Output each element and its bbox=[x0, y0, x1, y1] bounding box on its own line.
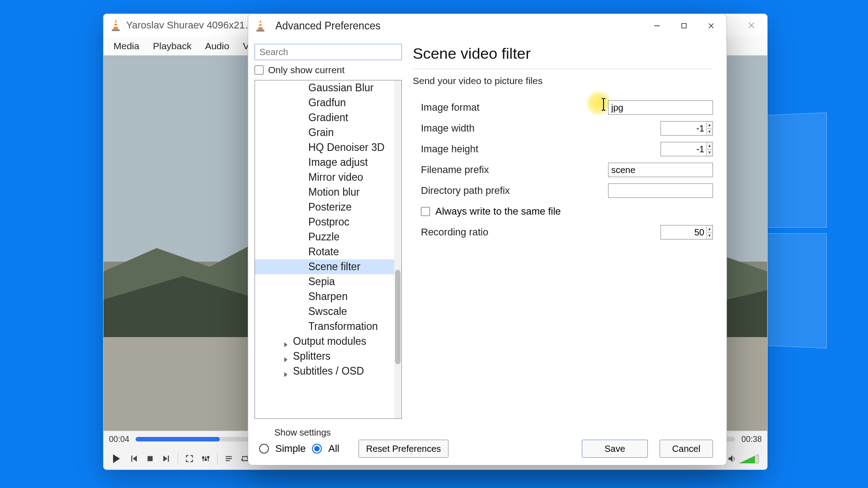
recording-ratio-spinbox[interactable]: ▲▼ bbox=[660, 225, 713, 239]
vlc-main-close-button[interactable] bbox=[738, 16, 764, 35]
close-button[interactable] bbox=[698, 15, 725, 36]
image-format-label: Image format bbox=[413, 102, 608, 113]
image-format-input[interactable] bbox=[608, 100, 713, 115]
tree-item[interactable]: Sepia bbox=[255, 274, 394, 289]
prefs-left-panel: Only show current Gaussian BlurGradfunGr… bbox=[248, 38, 405, 422]
image-width-input[interactable] bbox=[660, 121, 713, 136]
checkbox-icon bbox=[421, 207, 430, 216]
image-height-input[interactable] bbox=[660, 142, 713, 156]
tree-item[interactable]: Postproc bbox=[255, 215, 394, 230]
prefs-tree: Gaussian BlurGradfunGradientGrainHQ Deno… bbox=[255, 80, 402, 419]
prefs-titlebar: Advanced Preferences bbox=[248, 14, 726, 38]
chevron-right-icon bbox=[283, 338, 289, 345]
filename-prefix-label: Filename prefix bbox=[413, 164, 608, 176]
divider bbox=[413, 69, 713, 69]
svg-point-4 bbox=[203, 457, 204, 459]
tree-item[interactable]: Swscale bbox=[255, 304, 394, 319]
radio-simple-label: Simple bbox=[275, 443, 306, 455]
menu-audio[interactable]: Audio bbox=[199, 39, 235, 53]
stop-button[interactable] bbox=[142, 451, 158, 466]
menu-playback[interactable]: Playback bbox=[147, 39, 197, 53]
directory-prefix-label: Directory path prefix bbox=[413, 185, 608, 197]
spin-up-icon[interactable]: ▲ bbox=[706, 122, 712, 129]
play-button[interactable] bbox=[107, 450, 125, 468]
only-show-current-label: Only show current bbox=[268, 65, 344, 75]
vlc-cone-icon bbox=[110, 19, 122, 32]
spin-up-icon[interactable]: ▲ bbox=[706, 142, 712, 150]
tree-item[interactable]: Rotate bbox=[255, 244, 394, 259]
reset-preferences-button[interactable]: Reset Preferences bbox=[359, 440, 449, 458]
spin-up-icon[interactable]: ▲ bbox=[706, 225, 712, 233]
chevron-right-icon bbox=[283, 353, 289, 360]
tree-item[interactable]: Mirror video bbox=[255, 170, 394, 185]
vlc-window-title: Yaroslav Shuraev 4096x21… bbox=[126, 19, 255, 31]
tree-item[interactable]: Transformation bbox=[255, 319, 394, 334]
image-width-spinbox[interactable]: ▲▼ bbox=[660, 121, 713, 136]
tree-item[interactable]: Motion blur bbox=[255, 185, 394, 200]
recording-ratio-label: Recording ratio bbox=[413, 226, 660, 238]
prefs-right-panel: Scene video filter Send your video to pi… bbox=[405, 38, 726, 422]
tree-item[interactable]: HQ Denoiser 3D bbox=[255, 140, 394, 155]
show-settings-label: Show settings bbox=[274, 427, 448, 438]
tree-item[interactable]: Image adjust bbox=[255, 155, 394, 170]
always-same-file-label: Always write to the same file bbox=[435, 206, 561, 217]
cancel-button[interactable]: Cancel bbox=[660, 440, 713, 458]
tree-item[interactable]: Puzzle bbox=[255, 230, 394, 244]
tree-scroll-thumb[interactable] bbox=[395, 270, 401, 364]
ext-settings-button[interactable] bbox=[198, 451, 213, 466]
svg-rect-0 bbox=[112, 29, 119, 31]
save-button[interactable]: Save bbox=[582, 440, 648, 458]
chevron-right-icon bbox=[283, 368, 289, 375]
minimize-button[interactable] bbox=[643, 15, 670, 36]
prefs-footer: Show settings Simple All Reset Preferenc… bbox=[248, 422, 726, 465]
tree-item[interactable]: Gradient bbox=[255, 110, 394, 125]
menu-media[interactable]: Media bbox=[108, 39, 145, 53]
spin-down-icon[interactable]: ▼ bbox=[706, 233, 712, 239]
tree-item[interactable]: Posterize bbox=[255, 200, 394, 215]
section-title: Scene video filter bbox=[413, 42, 713, 69]
tree-item[interactable]: Sharpen bbox=[255, 289, 394, 304]
time-elapsed: 00:04 bbox=[109, 435, 129, 444]
filename-prefix-input[interactable] bbox=[608, 163, 713, 177]
image-height-spinbox[interactable]: ▲▼ bbox=[660, 142, 713, 156]
radio-all-label: All bbox=[328, 443, 339, 455]
volume-control[interactable] bbox=[727, 454, 759, 464]
svg-point-5 bbox=[205, 459, 207, 460]
directory-prefix-input[interactable] bbox=[608, 183, 713, 198]
tree-group[interactable]: Output modules bbox=[255, 334, 394, 349]
image-height-label: Image height bbox=[413, 143, 660, 155]
tree-scrollbar[interactable] bbox=[394, 80, 401, 418]
svg-point-6 bbox=[208, 456, 209, 458]
fullscreen-button[interactable] bbox=[182, 451, 197, 466]
search-input[interactable] bbox=[255, 44, 402, 60]
section-description: Send your video to picture files bbox=[413, 75, 713, 86]
maximize-button[interactable] bbox=[670, 15, 698, 36]
svg-rect-9 bbox=[259, 26, 263, 27]
svg-rect-2 bbox=[114, 25, 118, 27]
prefs-title: Advanced Preferences bbox=[275, 20, 381, 32]
volume-slider[interactable] bbox=[739, 454, 759, 464]
vlc-cone-icon bbox=[255, 19, 266, 33]
spin-down-icon[interactable]: ▼ bbox=[706, 150, 712, 156]
advanced-preferences-dialog: Advanced Preferences Only show current G… bbox=[248, 14, 727, 465]
tree-group[interactable]: Subtitles / OSD bbox=[255, 364, 394, 379]
always-same-file-checkbox[interactable]: Always write to the same file bbox=[413, 201, 713, 222]
recording-ratio-input[interactable] bbox=[660, 225, 713, 239]
svg-rect-10 bbox=[682, 23, 686, 28]
tree-item[interactable]: Gaussian Blur bbox=[255, 80, 394, 95]
prev-button[interactable] bbox=[126, 451, 142, 466]
radio-simple[interactable] bbox=[259, 444, 269, 454]
only-show-current-checkbox[interactable]: Only show current bbox=[255, 65, 402, 75]
tree-item[interactable]: Scene filter bbox=[255, 259, 394, 274]
spin-down-icon[interactable]: ▼ bbox=[706, 129, 712, 136]
tree-item[interactable]: Grain bbox=[255, 125, 394, 140]
playlist-button[interactable] bbox=[221, 451, 236, 466]
radio-all[interactable] bbox=[312, 444, 322, 454]
image-width-label: Image width bbox=[413, 122, 660, 134]
next-button[interactable] bbox=[159, 451, 174, 466]
svg-rect-1 bbox=[114, 23, 117, 24]
checkbox-icon bbox=[255, 66, 264, 75]
tree-item[interactable]: Gradfun bbox=[255, 95, 394, 110]
tree-group[interactable]: Splitters bbox=[255, 349, 394, 364]
time-total: 00:38 bbox=[741, 435, 762, 444]
